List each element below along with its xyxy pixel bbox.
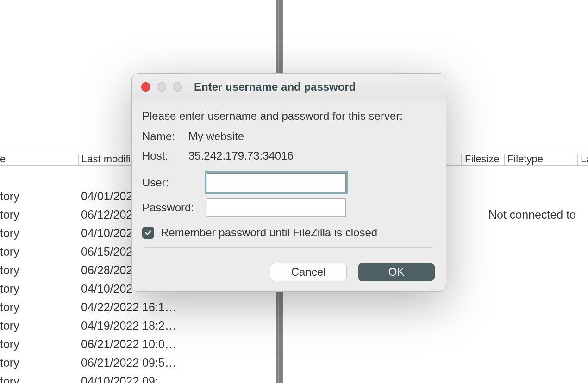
host-value: 35.242.179.73:34016 — [188, 149, 294, 162]
maximize-icon — [173, 82, 182, 92]
column-header-type-fragment[interactable]: ɔe — [0, 151, 19, 167]
column-header-filetype[interactable]: Filetype — [500, 151, 574, 167]
password-label: Password: — [142, 201, 207, 214]
file-date-cell: 06/21/2022 09:5… — [81, 353, 276, 372]
password-input[interactable] — [207, 198, 346, 217]
ok-button[interactable]: OK — [358, 263, 435, 281]
minimize-icon — [157, 82, 166, 92]
dialog-button-row: Cancel OK — [132, 253, 446, 291]
password-row: Password: — [142, 198, 436, 217]
file-type-cell: tory — [0, 242, 81, 261]
divider — [145, 247, 433, 248]
file-type-cell: tory — [0, 353, 81, 372]
window-controls — [141, 82, 182, 92]
list-item[interactable]: tory 06/21/2022 09:5… — [0, 353, 276, 372]
dialog-titlebar: Enter username and password — [132, 74, 446, 100]
checkmark-icon — [144, 229, 152, 236]
file-type-cell: tory — [0, 261, 81, 279]
file-date-cell: 04/22/2022 16:1… — [81, 298, 276, 316]
remote-status-text: Not connected to — [488, 208, 576, 222]
list-item[interactable]: tory 06/21/2022 10:0… — [0, 335, 276, 353]
file-date-cell: 04/19/2022 18:2… — [81, 316, 276, 335]
file-type-cell: tory — [0, 187, 81, 205]
user-input[interactable] — [207, 173, 346, 192]
server-host-row: Host: 35.242.179.73:34016 — [142, 149, 436, 162]
remember-password-row: Remember password until FileZilla is clo… — [142, 226, 436, 239]
close-icon[interactable] — [141, 82, 150, 92]
file-type-cell: tory — [0, 372, 81, 383]
column-header-last-modified-label: Last modifi — [81, 153, 131, 165]
column-header-filesize[interactable]: Filesize — [457, 151, 504, 167]
file-date-cell: 06/21/2022 10:0… — [81, 335, 276, 353]
name-label: Name: — [142, 130, 188, 143]
cancel-button[interactable]: Cancel — [270, 263, 347, 281]
column-header-last-fragment-label: La — [581, 153, 588, 165]
user-row: User: — [142, 173, 436, 192]
file-type-cell: tory — [0, 335, 81, 353]
file-type-cell: tory — [0, 224, 81, 242]
list-item[interactable]: tory 04/22/2022 16:1… — [0, 298, 276, 316]
dialog-body: Please enter username and password for t… — [132, 100, 446, 253]
list-item[interactable]: tory 04/19/2022 18:2… — [0, 316, 276, 335]
remember-password-checkbox[interactable] — [142, 227, 154, 239]
user-label: User: — [142, 176, 207, 189]
file-type-cell: tory — [0, 316, 81, 335]
column-header-last-fragment[interactable]: La — [573, 151, 588, 167]
column-header-filesize-label: Filesize — [465, 153, 500, 165]
dialog-title: Enter username and password — [194, 80, 356, 93]
file-type-cell: tory — [0, 279, 81, 298]
list-item[interactable]: tory 04/10/2022 09:… — [0, 372, 276, 383]
file-type-cell: tory — [0, 205, 81, 224]
host-label: Host: — [142, 149, 188, 162]
remember-password-label: Remember password until FileZilla is clo… — [161, 226, 377, 239]
file-type-cell: tory — [0, 298, 81, 316]
credentials-dialog: Enter username and password Please enter… — [131, 73, 446, 292]
column-header-filetype-label: Filetype — [507, 153, 543, 165]
server-name-row: Name: My website — [142, 130, 436, 143]
file-date-cell: 04/10/2022 09:… — [81, 372, 276, 383]
dialog-instruction: Please enter username and password for t… — [142, 110, 436, 123]
name-value: My website — [188, 130, 244, 143]
